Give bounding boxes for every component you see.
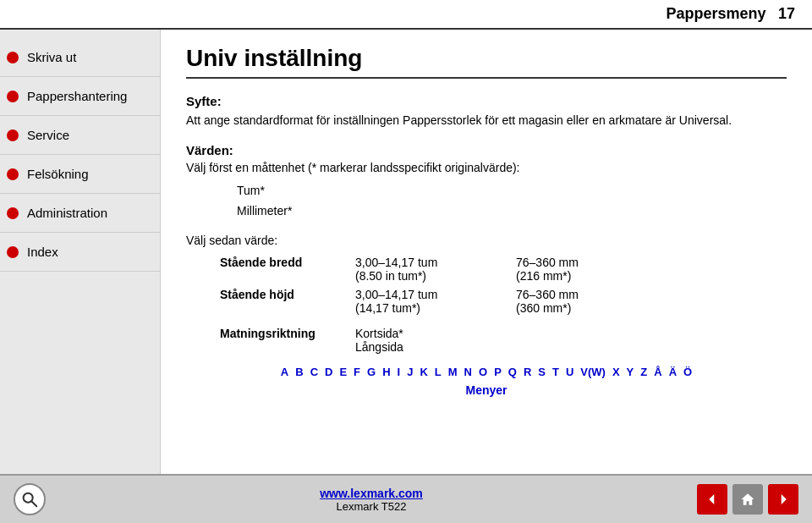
website-link[interactable]: www.lexmark.com xyxy=(320,487,423,500)
dot-icon xyxy=(7,52,19,63)
sidebar-item-pappershantering[interactable]: Pappershantering xyxy=(0,77,160,116)
alpha-link[interactable]: D xyxy=(325,366,332,378)
dot-icon xyxy=(7,246,19,258)
alpha-link[interactable]: U xyxy=(566,366,573,378)
bottom-bar: www.lexmark.com Lexmark T522 xyxy=(0,474,812,523)
alpha-link[interactable]: H xyxy=(382,366,390,378)
sidebar-item-skriva-ut[interactable]: Skriva ut xyxy=(0,38,160,77)
data-table: Stående bredd 3,00–14,17 tum 76–360 mm (… xyxy=(220,256,787,315)
home-button[interactable] xyxy=(732,484,763,515)
alpha-link[interactable]: S xyxy=(538,366,546,378)
dot-icon xyxy=(7,129,19,141)
dot-icon xyxy=(7,91,19,102)
unit-tum: Tum* xyxy=(237,181,787,201)
alpha-link[interactable]: Å xyxy=(654,366,661,378)
alpha-link[interactable]: R xyxy=(524,366,531,378)
sidebar-label: Administration xyxy=(27,206,107,220)
alpha-link[interactable]: Ä xyxy=(669,366,677,378)
sidebar-item-administration[interactable]: Administration xyxy=(0,194,160,233)
home-icon xyxy=(740,492,755,507)
bredd-val1: 3,00–14,17 tum xyxy=(355,256,465,269)
alpha-link[interactable]: O xyxy=(479,366,487,378)
main-layout: Skriva ut Pappershantering Service Felsö… xyxy=(0,30,812,474)
alpha-link[interactable]: V(W) xyxy=(580,366,606,378)
sidebar-item-index[interactable]: Index xyxy=(0,233,160,272)
sidebar: Skriva ut Pappershantering Service Felsö… xyxy=(0,30,161,474)
alpha-link[interactable]: J xyxy=(407,366,413,378)
search-button[interactable] xyxy=(14,483,46,515)
sidebar-item-service[interactable]: Service xyxy=(0,116,160,155)
svg-point-0 xyxy=(24,493,33,503)
alphabet-nav: A B C D E F G H I J K L M N O P Q R S T … xyxy=(186,366,787,378)
alpha-link[interactable]: Y xyxy=(627,366,634,378)
alpha-link[interactable]: X xyxy=(612,366,620,378)
matnings-val2: Långsida xyxy=(355,340,403,354)
varden-section: Värden: Välj först en måttenhet (* marke… xyxy=(186,143,787,354)
row-label-hojd: Stående höjd xyxy=(220,288,355,301)
table-row: Stående bredd 3,00–14,17 tum 76–360 mm (… xyxy=(220,256,787,283)
alpha-link[interactable]: G xyxy=(367,366,376,378)
syfte-label: Syfte: xyxy=(186,94,787,108)
unit-options: Tum* Millimeter* xyxy=(237,181,787,222)
hojd-sub1: (14,17 tum*) xyxy=(355,301,465,315)
printer-model: Lexmark T522 xyxy=(337,500,407,513)
unit-millimeter: Millimeter* xyxy=(237,201,787,222)
row-label-bredd: Stående bredd xyxy=(220,256,355,269)
sidebar-label: Felsökning xyxy=(27,167,89,181)
alpha-link[interactable]: A xyxy=(281,366,288,378)
sidebar-label: Index xyxy=(27,245,58,259)
hojd-val2: 76–360 mm xyxy=(516,288,579,301)
value-row-sub: (14,17 tum*) (360 mm*) xyxy=(355,301,579,315)
matnings-row: Matningsriktning Kortsida* Långsida xyxy=(220,327,787,354)
value-row-sub: (8.50 in tum*) (216 mm*) xyxy=(355,269,579,283)
content-title: Univ inställning xyxy=(186,45,787,79)
alpha-link[interactable]: Ö xyxy=(683,366,692,378)
alpha-link[interactable]: Q xyxy=(508,366,517,378)
matnings-val1: Kortsida* xyxy=(355,327,403,340)
row-values-hojd: 3,00–14,17 tum 76–360 mm (14,17 tum*) (3… xyxy=(355,288,579,315)
menyer-link[interactable]: Menyer xyxy=(186,383,787,397)
bottom-left xyxy=(14,483,46,515)
hojd-sub2: (360 mm*) xyxy=(516,301,571,315)
top-bar: Pappersmeny 17 xyxy=(0,0,812,30)
page-number: 17 xyxy=(778,5,795,23)
valj-sedan-label: Välj sedan värde: xyxy=(186,234,787,247)
alpha-link[interactable]: F xyxy=(354,366,360,378)
alpha-link[interactable]: I xyxy=(398,366,401,378)
sidebar-label: Service xyxy=(27,128,69,142)
alpha-link[interactable]: C xyxy=(310,366,318,378)
matnings-label: Matningsriktning xyxy=(220,327,355,340)
value-row: 3,00–14,17 tum 76–360 mm xyxy=(355,256,579,269)
alpha-link[interactable]: L xyxy=(435,366,442,378)
bredd-val2: 76–360 mm xyxy=(516,256,579,269)
varden-intro: Välj först en måttenhet (* markerar land… xyxy=(186,161,787,174)
page-title-header: Pappersmeny xyxy=(666,5,765,23)
alpha-link[interactable]: Z xyxy=(640,366,647,378)
sidebar-label: Pappershantering xyxy=(27,89,127,103)
bottom-center: www.lexmark.com Lexmark T522 xyxy=(46,487,697,513)
syfte-text: Att ange standardformat för inställninge… xyxy=(186,112,787,129)
matnings-values: Kortsida* Långsida xyxy=(355,327,403,354)
back-button[interactable] xyxy=(697,484,727,515)
arrow-left-icon xyxy=(705,492,720,507)
forward-button[interactable] xyxy=(768,484,798,515)
alpha-link[interactable]: T xyxy=(552,366,559,378)
alpha-link[interactable]: B xyxy=(295,366,303,378)
sidebar-item-felsökning[interactable]: Felsökning xyxy=(0,155,160,194)
hojd-val1: 3,00–14,17 tum xyxy=(355,288,465,301)
alpha-link[interactable]: M xyxy=(448,366,458,378)
row-values-bredd: 3,00–14,17 tum 76–360 mm (8.50 in tum*) … xyxy=(355,256,579,283)
sidebar-label: Skriva ut xyxy=(27,50,76,64)
alpha-link[interactable]: K xyxy=(420,366,427,378)
alpha-link[interactable]: P xyxy=(494,366,502,378)
content-area: Univ inställning Syfte: Att ange standar… xyxy=(161,30,812,474)
alpha-link[interactable]: N xyxy=(464,366,472,378)
alpha-link[interactable]: E xyxy=(339,366,347,378)
dot-icon xyxy=(7,168,19,180)
svg-marker-4 xyxy=(782,494,787,504)
bredd-sub2: (216 mm*) xyxy=(516,269,571,283)
svg-marker-2 xyxy=(709,494,714,504)
search-icon xyxy=(20,490,39,509)
bredd-sub1: (8.50 in tum*) xyxy=(355,269,465,283)
arrow-right-icon xyxy=(776,492,791,507)
